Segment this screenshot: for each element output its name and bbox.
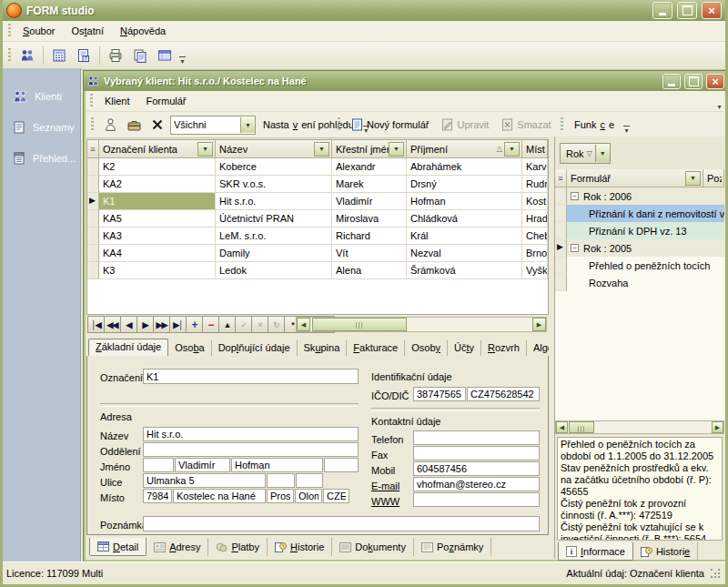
- tab-historie[interactable]: Historie: [268, 538, 332, 556]
- cell-nazev[interactable]: Koberce: [216, 158, 332, 176]
- scroll-left-button[interactable]: ◀: [297, 318, 310, 331]
- tab-zakladni-udaje[interactable]: Základní údaje: [88, 339, 168, 356]
- toolbar-gripper[interactable]: [561, 117, 563, 132]
- chevron-down-icon[interactable]: ▼: [595, 145, 610, 162]
- tab-skupina[interactable]: Skupina: [298, 340, 348, 356]
- close-button[interactable]: ×: [702, 2, 722, 19]
- grid-corner-button[interactable]: ≡: [87, 140, 99, 158]
- cell-misto[interactable]: Hrad: [522, 210, 548, 228]
- cell-prijmeni[interactable]: Chládková: [407, 210, 522, 228]
- kraj-input[interactable]: [295, 489, 322, 503]
- tab-platby[interactable]: Platby: [208, 538, 268, 556]
- table-row[interactable]: KA2 SKR v.o.s. Marek Drsný Rudn: [87, 176, 548, 193]
- cell-prijmeni[interactable]: Král: [407, 228, 522, 245]
- psc-input[interactable]: [143, 489, 172, 503]
- cell-jmeno[interactable]: Alexandr: [332, 158, 407, 176]
- column-header-krestni-jmeno[interactable]: Křestní jméno▼: [332, 140, 407, 158]
- www-link-label[interactable]: WWW: [371, 496, 399, 507]
- nav-prior-button[interactable]: ◀: [121, 317, 137, 332]
- toolbar-gripper[interactable]: [8, 48, 11, 63]
- forms-corner-button[interactable]: ≡: [555, 169, 567, 187]
- poznamka-input[interactable]: [143, 516, 540, 531]
- delete-form-button[interactable]: Smazat: [496, 116, 556, 134]
- tab-informace[interactable]: i Informace: [558, 542, 633, 561]
- jmeno-titul-input[interactable]: [143, 458, 174, 472]
- nav-delete-button[interactable]: −: [203, 317, 219, 332]
- cell-jmeno[interactable]: Miroslava: [332, 210, 407, 228]
- cell-prijmeni[interactable]: Nezval: [407, 245, 522, 262]
- tab-osoby[interactable]: Osoby: [405, 340, 448, 356]
- column-header-poznamka[interactable]: Poz: [703, 169, 724, 187]
- view-filter-combobox[interactable]: Všichni ▼: [170, 116, 256, 135]
- nav-post-button[interactable]: ✓: [236, 317, 252, 332]
- cell-misto[interactable]: Brno: [522, 245, 548, 262]
- table-row[interactable]: KA3 LeM. s.r.o. Richard Král Cheb: [87, 228, 548, 245]
- prijmeni-input[interactable]: [231, 458, 323, 472]
- cell-nazev[interactable]: Ledok: [216, 262, 332, 279]
- minimize-button[interactable]: [652, 2, 672, 19]
- person-filter-button[interactable]: [99, 115, 121, 135]
- nav-first-button[interactable]: │◀: [88, 317, 105, 332]
- ulice-input[interactable]: [143, 473, 266, 488]
- nav-cancel-button[interactable]: ×: [252, 317, 268, 332]
- cell-misto[interactable]: Vyšk: [522, 262, 548, 279]
- telefon-input[interactable]: [413, 430, 540, 445]
- sidebar-item-prehled[interactable]: Přehled...: [3, 143, 80, 174]
- column-header-formular[interactable]: Formulář▼: [567, 169, 703, 187]
- filter-dropdown-icon[interactable]: ▼: [685, 171, 701, 186]
- table-row[interactable]: K2 Koberce Alexandr Abrahámek Karv: [87, 158, 548, 176]
- filter-dropdown-icon[interactable]: ▼: [504, 142, 520, 157]
- scroll-right-button[interactable]: ▶: [532, 318, 546, 331]
- jmeno-suffix-input[interactable]: [324, 458, 359, 472]
- cell-oznaceni[interactable]: KA4: [99, 245, 216, 262]
- tab-ucty[interactable]: Účty: [448, 340, 481, 356]
- calculator-button[interactable]: [47, 45, 71, 66]
- sidebar-item-klienti[interactable]: Klienti: [3, 81, 80, 112]
- cell-oznaceni[interactable]: KA2: [99, 176, 216, 193]
- cell-misto[interactable]: Kost: [522, 193, 548, 210]
- nav-edit-button[interactable]: ▲: [219, 317, 236, 332]
- okres-input[interactable]: [267, 489, 294, 503]
- cell-oznaceni[interactable]: KA5: [99, 210, 216, 228]
- cell-jmeno[interactable]: Alena: [332, 262, 407, 279]
- ulice-cp-input[interactable]: [267, 473, 295, 488]
- mobil-input[interactable]: [413, 461, 540, 476]
- new-form-button[interactable]: Nový formulář: [346, 116, 434, 134]
- toolbar-overflow-button[interactable]: ▾: [177, 45, 187, 67]
- print-button[interactable]: [104, 45, 127, 66]
- cell-oznaceni[interactable]: K3: [99, 262, 216, 279]
- table-row[interactable]: KA4 Damily Vít Nezval Brno: [87, 245, 548, 262]
- tab-historie-forms[interactable]: Historie: [633, 542, 698, 561]
- collapse-icon[interactable]: −: [571, 192, 579, 200]
- ico-input[interactable]: [413, 387, 466, 401]
- column-header-prijmeni[interactable]: Příjmení△▼: [407, 140, 522, 158]
- filter-dropdown-icon[interactable]: ▼: [314, 142, 329, 157]
- cell-nazev[interactable]: SKR v.o.s.: [216, 176, 332, 193]
- ulice-co-input[interactable]: [296, 473, 323, 488]
- functions-button[interactable]: Funkce: [569, 116, 620, 133]
- scrollbar-thumb[interactable]: [312, 318, 407, 331]
- nav-prior-page-button[interactable]: ◀◀: [105, 317, 121, 332]
- maximize-button[interactable]: [677, 2, 697, 19]
- chevron-down-icon[interactable]: ▼: [240, 117, 255, 133]
- cell-oznaceni-selected[interactable]: K1: [99, 193, 216, 210]
- fax-input[interactable]: [413, 446, 540, 460]
- table-row[interactable]: KA5 Účetnictví PRAN Miroslava Chládková …: [87, 210, 548, 228]
- column-header-misto[interactable]: Místo: [522, 140, 548, 158]
- filter-dropdown-icon[interactable]: ▼: [389, 142, 404, 157]
- tab-fakturace[interactable]: Fakturace: [347, 340, 405, 356]
- tree-group-row[interactable]: ▶ −Rok : 2005: [555, 239, 724, 257]
- column-header-oznaceni-klienta[interactable]: Označení klienta▼: [99, 140, 216, 158]
- forms-button[interactable]: 7: [72, 45, 96, 66]
- cell-nazev[interactable]: Účetnictví PRAN: [216, 210, 332, 228]
- tree-item-row[interactable]: Přiznání k DPH vz. 13: [555, 222, 724, 239]
- client-maximize-button[interactable]: [684, 74, 703, 89]
- client-minimize-button[interactable]: [662, 74, 681, 89]
- toolbar-gripper[interactable]: [338, 117, 340, 132]
- forms-horizontal-scrollbar[interactable]: ◀ ▶: [555, 420, 724, 434]
- cell-jmeno[interactable]: Vladimír: [332, 193, 407, 210]
- tab-adresy[interactable]: Adresy: [147, 538, 208, 556]
- cell-prijmeni[interactable]: Šrámková: [407, 262, 522, 279]
- company-filter-button[interactable]: [123, 115, 145, 135]
- tab-poznamky[interactable]: Poznámky: [414, 538, 491, 556]
